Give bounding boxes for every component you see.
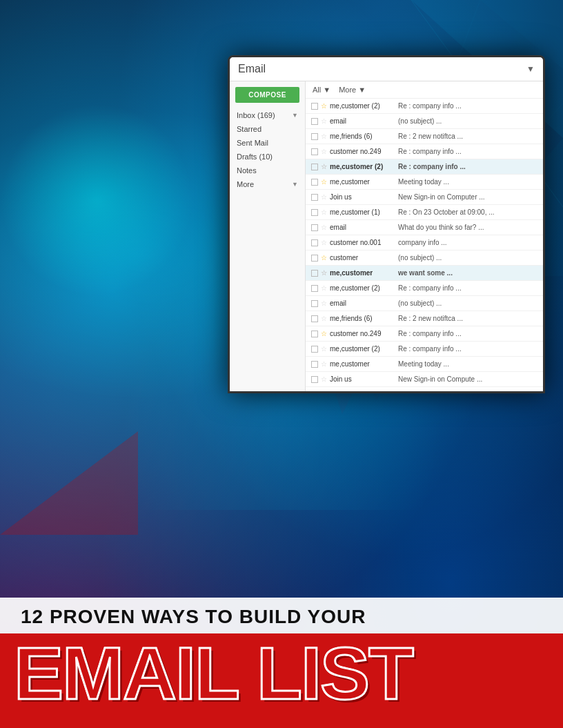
email-subject: Re : company info ... bbox=[398, 163, 537, 170]
starred-label: Starred bbox=[237, 125, 261, 133]
sidebar-item-more[interactable]: More ▼ bbox=[230, 177, 305, 191]
inbox-count: (169) bbox=[257, 111, 275, 119]
more-chevron-icon: ▼ bbox=[292, 181, 298, 188]
star-icon[interactable]: ☆ bbox=[321, 132, 327, 140]
email-checkbox[interactable] bbox=[311, 361, 318, 368]
email-subject: we want some ... bbox=[398, 269, 537, 277]
email-list-item[interactable]: ☆ me,customer (2) Re : company info ... bbox=[306, 159, 543, 175]
email-list-item[interactable]: ☆ customer (no subject) ... bbox=[306, 250, 543, 266]
email-checkbox[interactable] bbox=[311, 209, 318, 216]
email-list-item[interactable]: ☆ me,customer Meeting today ... bbox=[306, 175, 543, 190]
email-checkbox[interactable] bbox=[311, 391, 318, 392]
star-icon[interactable]: ☆ bbox=[321, 330, 327, 337]
email-checkbox[interactable] bbox=[311, 270, 318, 277]
email-list-item[interactable]: ☆ email What do you think so far? ... bbox=[306, 220, 543, 235]
email-checkbox[interactable] bbox=[311, 346, 318, 353]
email-list-item[interactable]: ☆ customer no.001 company info ... bbox=[306, 235, 543, 250]
compose-button[interactable]: COMPOSE bbox=[235, 87, 299, 103]
email-list-item[interactable]: ☆ customer no.249 Re : company info ... bbox=[306, 326, 543, 342]
email-list-item[interactable]: ☆ me,customer Meeting today ... bbox=[306, 357, 543, 372]
filter-all[interactable]: All ▼ bbox=[313, 86, 330, 94]
email-subject: Re : 2 new notiftca ... bbox=[398, 132, 537, 140]
email-list-container: All ▼ More ▼ ☆ me,customer (2) Re : comp… bbox=[306, 81, 543, 391]
email-checkbox[interactable] bbox=[311, 331, 318, 337]
email-subject: Re : company info ... bbox=[398, 284, 537, 292]
email-list-item[interactable]: ☆ email (no subject) ... bbox=[306, 296, 543, 311]
main-title-bar: EMAIL LIST bbox=[0, 633, 563, 728]
email-checkbox[interactable] bbox=[311, 194, 318, 201]
email-list-item[interactable]: ☆ Join us New Sign-in on Compute ... bbox=[306, 372, 543, 387]
subtitle-text: 12 PROVEN WAYS TO BUILD YOUR bbox=[21, 606, 542, 628]
star-icon[interactable]: ☆ bbox=[321, 178, 327, 186]
sidebar-item-drafts[interactable]: Drafts (10) bbox=[230, 150, 305, 164]
email-sender: me,customer bbox=[330, 178, 395, 186]
email-checkbox[interactable] bbox=[311, 224, 318, 231]
star-icon[interactable]: ☆ bbox=[321, 299, 327, 307]
email-subject: Re : company info ... bbox=[398, 345, 537, 353]
email-subject: (no subject) ... bbox=[398, 299, 537, 307]
star-icon[interactable]: ☆ bbox=[321, 148, 327, 155]
email-list-item[interactable]: ☆ me,customer (1) Re : On 23 October at … bbox=[306, 205, 543, 220]
star-icon[interactable]: ☆ bbox=[321, 254, 327, 262]
email-subject: (no subject) ... bbox=[398, 117, 537, 125]
email-checkbox[interactable] bbox=[311, 103, 318, 110]
star-icon[interactable]: ☆ bbox=[321, 193, 327, 201]
sidebar-item-notes[interactable]: Notes bbox=[230, 164, 305, 177]
star-icon[interactable]: ☆ bbox=[321, 224, 327, 231]
email-list-item[interactable]: ☆ me,customer we want some ... bbox=[306, 266, 543, 281]
star-icon[interactable]: ☆ bbox=[321, 391, 327, 391]
email-subject: Re : 2 new notiftca ... bbox=[398, 315, 537, 322]
email-checkbox[interactable] bbox=[311, 376, 318, 383]
star-icon[interactable]: ☆ bbox=[321, 269, 327, 277]
email-list-item[interactable]: ☆ me,customer (2) Re : company info ... bbox=[306, 99, 543, 114]
email-list-item[interactable]: ☆ me,customer (2) Re : company info ... bbox=[306, 281, 543, 296]
email-subject: Re : company info ... bbox=[398, 148, 537, 155]
star-icon[interactable]: ☆ bbox=[321, 102, 327, 110]
email-subject: Meeting today ... bbox=[398, 178, 537, 186]
star-icon[interactable]: ☆ bbox=[321, 315, 327, 322]
email-checkbox[interactable] bbox=[311, 239, 318, 246]
email-checkbox[interactable] bbox=[311, 133, 318, 140]
more-label: More bbox=[237, 180, 254, 188]
email-checkbox[interactable] bbox=[311, 164, 318, 170]
star-icon[interactable]: ☆ bbox=[321, 163, 327, 170]
email-sender: me,customer (2) bbox=[330, 345, 395, 353]
star-icon[interactable]: ☆ bbox=[321, 239, 327, 246]
email-subject: New Sign-in on Computer ... bbox=[398, 193, 537, 201]
email-sender: customer no.001 bbox=[330, 239, 395, 246]
star-icon[interactable]: ☆ bbox=[321, 117, 327, 125]
star-icon[interactable]: ☆ bbox=[321, 375, 327, 383]
email-list-item[interactable]: ☆ me,friends (6) Re : 2 new notiftca ... bbox=[306, 311, 543, 326]
sidebar-item-inbox[interactable]: Inbox (169) ▼ bbox=[230, 108, 305, 122]
email-checkbox[interactable] bbox=[311, 315, 318, 322]
email-list-item[interactable]: ☆ me,customer (2) Re : company info ... bbox=[306, 342, 543, 357]
email-list-item[interactable]: ☆ Join us New Sign-in on Computer ... bbox=[306, 190, 543, 205]
email-checkbox[interactable] bbox=[311, 300, 318, 307]
star-icon[interactable]: ☆ bbox=[321, 208, 327, 216]
email-list-item[interactable]: ☆ me,friends (6) Re : 2 new notiftca ... bbox=[306, 129, 543, 144]
email-checkbox[interactable] bbox=[311, 179, 318, 186]
email-sender: me,customer (2) bbox=[330, 163, 395, 170]
inbox-chevron-icon: ▼ bbox=[292, 112, 298, 119]
star-icon[interactable]: ☆ bbox=[321, 345, 327, 353]
email-subject: company info ... bbox=[398, 239, 537, 246]
bottom-text-section: 12 PROVEN WAYS TO BUILD YOUR EMAIL LIST bbox=[0, 598, 563, 728]
sidebar-item-sent[interactable]: Sent Mail bbox=[230, 136, 305, 150]
email-checkbox[interactable] bbox=[311, 285, 318, 292]
email-sender: Join us bbox=[330, 375, 395, 383]
email-subject: Meeting today ... bbox=[398, 360, 537, 368]
email-header: Email ▼ bbox=[230, 57, 543, 81]
email-list-item[interactable]: ☆ email (no subject) ... bbox=[306, 114, 543, 129]
star-icon[interactable]: ☆ bbox=[321, 360, 327, 368]
email-checkbox[interactable] bbox=[311, 255, 318, 262]
email-list-item[interactable]: ☆ me,customer (1) Re : On 11 Sep at 11:0… bbox=[306, 387, 543, 391]
email-sender: me,customer bbox=[330, 269, 395, 277]
email-checkbox[interactable] bbox=[311, 148, 318, 155]
filter-more[interactable]: More ▼ bbox=[339, 86, 366, 94]
email-checkbox[interactable] bbox=[311, 118, 318, 125]
email-subject: Re : On 23 October at 09:00, ... bbox=[398, 208, 537, 216]
email-list-item[interactable]: ☆ customer no.249 Re : company info ... bbox=[306, 144, 543, 159]
sidebar-item-starred[interactable]: Starred bbox=[230, 122, 305, 136]
star-icon[interactable]: ☆ bbox=[321, 284, 327, 292]
sent-label: Sent Mail bbox=[237, 139, 268, 147]
